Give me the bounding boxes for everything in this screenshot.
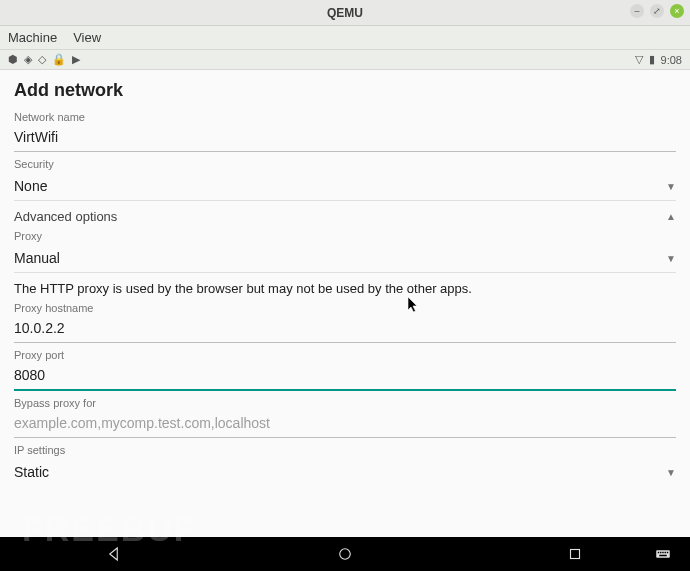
window-title: QEMU (327, 6, 363, 20)
bypass-label: Bypass proxy for (14, 397, 676, 409)
status-left: ⬢ ◈ ◇ 🔒 ▶ (8, 53, 80, 66)
home-button[interactable] (336, 545, 354, 563)
qemu-menubar: Machine View (0, 26, 690, 50)
back-button[interactable] (106, 545, 124, 563)
svg-rect-3 (658, 552, 660, 554)
svg-rect-4 (660, 552, 662, 554)
battery-icon: ▮ (649, 53, 655, 66)
advanced-options-label: Advanced options (14, 209, 117, 224)
proxy-label: Proxy (14, 230, 676, 242)
menu-machine[interactable]: Machine (8, 30, 57, 45)
security-value: None (14, 178, 47, 194)
chevron-down-icon: ▼ (666, 253, 676, 264)
maximize-button[interactable]: ⤢ (650, 4, 664, 18)
svg-rect-6 (665, 552, 667, 554)
minimize-button[interactable]: – (630, 4, 644, 18)
chevron-down-icon: ▼ (666, 181, 676, 192)
proxy-note: The HTTP proxy is used by the browser bu… (14, 281, 676, 296)
android-statusbar: ⬢ ◈ ◇ 🔒 ▶ ▽ ▮ 9:08 (0, 50, 690, 70)
proxy-select[interactable]: Manual ▼ (14, 244, 676, 273)
svg-rect-2 (656, 550, 670, 558)
proxy-hostname-label: Proxy hostname (14, 302, 676, 314)
menu-view[interactable]: View (73, 30, 101, 45)
lock-icon: 🔒 (52, 53, 66, 66)
wifi-icon: ◇ (38, 53, 46, 66)
shield-icon: ◈ (24, 53, 32, 66)
signal-icon: ▽ (635, 53, 643, 66)
chevron-down-icon: ▼ (666, 467, 676, 478)
proxy-value: Manual (14, 250, 60, 266)
svg-rect-1 (571, 550, 580, 559)
proxy-port-input[interactable] (14, 363, 676, 391)
ip-settings-label: IP settings (14, 444, 676, 456)
chevron-up-icon: ▲ (666, 211, 676, 222)
play-icon: ▶ (72, 53, 80, 66)
svg-rect-7 (667, 552, 669, 554)
proxy-port-label: Proxy port (14, 349, 676, 361)
recents-button[interactable] (566, 545, 584, 563)
qemu-titlebar: QEMU – ⤢ × (0, 0, 690, 26)
clock: 9:08 (661, 54, 682, 66)
network-name-label: Network name (14, 111, 676, 123)
advanced-options-toggle[interactable]: Advanced options ▲ (14, 209, 676, 224)
svg-rect-8 (659, 555, 667, 557)
android-navbar (0, 537, 690, 571)
close-button[interactable]: × (670, 4, 684, 18)
security-label: Security (14, 158, 676, 170)
network-name-input[interactable] (14, 125, 676, 152)
add-network-dialog: Add network Network name Security None ▼… (0, 70, 690, 533)
svg-rect-5 (662, 552, 664, 554)
window-controls: – ⤢ × (630, 4, 684, 18)
bypass-input[interactable] (14, 411, 676, 438)
keyboard-icon[interactable] (654, 545, 672, 563)
page-title: Add network (14, 80, 676, 101)
bug-icon: ⬢ (8, 53, 18, 66)
svg-point-0 (340, 549, 351, 560)
proxy-hostname-input[interactable] (14, 316, 676, 343)
status-right: ▽ ▮ 9:08 (635, 53, 682, 66)
ip-settings-select[interactable]: Static ▼ (14, 458, 676, 486)
security-select[interactable]: None ▼ (14, 172, 676, 201)
ip-settings-value: Static (14, 464, 49, 480)
